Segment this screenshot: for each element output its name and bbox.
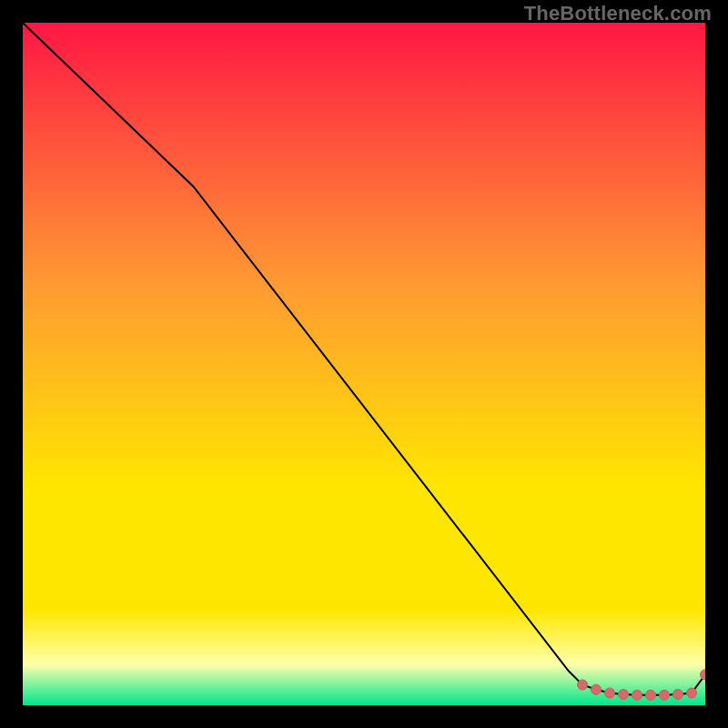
data-marker [687, 688, 697, 698]
data-marker [673, 690, 683, 700]
plot-area [23, 23, 705, 705]
chart-svg [23, 23, 705, 705]
data-marker [619, 690, 629, 700]
data-marker [578, 680, 588, 690]
data-marker [632, 690, 642, 700]
gradient-background [23, 23, 705, 705]
data-marker [605, 688, 615, 698]
data-marker [660, 690, 670, 700]
data-marker [592, 684, 602, 694]
chart-stage: TheBottleneck.com [0, 0, 728, 728]
data-marker [646, 690, 656, 700]
